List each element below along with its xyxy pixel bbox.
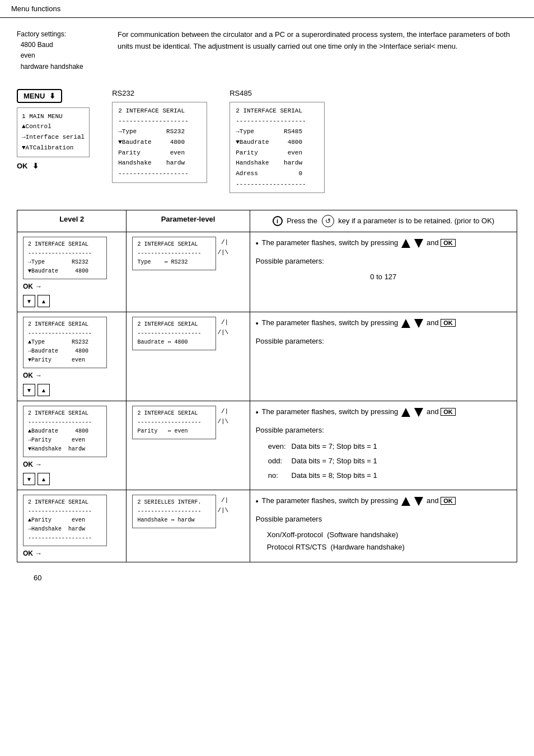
row3-mid-display-wrap: 2 INTERFACE SERIAL ------------------- P… (132, 406, 243, 439)
param-row-odd: odd: Data bits = 7; Stop bits = 1 (268, 454, 382, 468)
row4-extra1: Xon/Xoff-protocol (Software handshake) (267, 529, 511, 541)
row4-possible: Possible parameters (256, 513, 511, 525)
col1-header: Level 2 (17, 210, 127, 232)
down-triangle-icon4 (413, 496, 424, 507)
row1-left-display: 2 INTERFACE SERIAL ------------------- →… (23, 237, 107, 279)
ok-badge: OK (441, 239, 456, 247)
up-arrow-btn3[interactable]: ▲ (38, 473, 50, 485)
up-arrow-btn2[interactable]: ▲ (38, 384, 50, 396)
page-number: 60 (17, 574, 517, 582)
row1-left: 2 INTERFACE SERIAL ------------------- →… (17, 232, 127, 312)
row4-slash: /|/|\ (217, 495, 228, 515)
col3-key-suffix: key if a parameter is to be retained. (p… (338, 217, 494, 225)
down-arrow-btn3[interactable]: ▼ (23, 473, 35, 485)
down-triangle-icon (413, 238, 424, 249)
info-icon: i (273, 216, 283, 226)
down-arrow-btn[interactable]: ▼ (23, 295, 35, 307)
ok-right-arrow: → (35, 283, 42, 290)
menu-item-3: →Interface serial (22, 132, 85, 143)
row2-left: 2 INTERFACE SERIAL ------------------- ▲… (17, 312, 127, 401)
svg-marker-1 (414, 239, 423, 248)
svg-marker-3 (414, 319, 423, 328)
row4-left: 2 INTERFACE SERIAL ------------------- ▲… (17, 490, 127, 562)
bullet-icon3: • (256, 406, 259, 420)
ok-text2: OK (23, 372, 33, 379)
row4-mid-display: 2 SERIELLES INTERF. ------------------- … (132, 495, 216, 528)
rs485-line-1: 2 INTERFACE SERIAL (236, 106, 318, 116)
rs232-line-2: ------------------- (118, 116, 201, 126)
up-triangle-icon2 (400, 318, 411, 329)
svg-marker-0 (401, 239, 410, 248)
rs485-line-6: Handshake hardw (236, 158, 318, 168)
row3-left-display: 2 INTERFACE SERIAL ------------------- ▲… (23, 406, 107, 457)
row1-mid-display-wrap: 2 INTERFACE SERIAL ------------------- T… (132, 237, 243, 270)
rs232-line-5: Parity even (118, 148, 201, 158)
row2-left-display: 2 INTERFACE SERIAL ------------------- ▲… (23, 317, 107, 368)
rs232-line-6: Handshake hardw (118, 158, 201, 168)
row3-arrows: ▼ ▲ (23, 473, 120, 485)
down-arrow-btn2[interactable]: ▼ (23, 384, 35, 396)
menu-column: MENU ⬇ 1 MAIN MENU ▲Control →Interface s… (17, 89, 90, 170)
param-label-no: no: (268, 469, 291, 482)
row3-left: 2 INTERFACE SERIAL ------------------- ▲… (17, 401, 127, 490)
intro-description: For communication between the circulator… (118, 29, 517, 72)
menu-label: MENU (24, 92, 45, 100)
svg-marker-7 (414, 497, 423, 506)
table-row: 2 INTERFACE SERIAL ------------------- ▲… (17, 401, 517, 490)
ok-text: OK (23, 283, 33, 290)
row1-bullet-text: The parameter flashes, switch by pressin… (262, 237, 456, 250)
table-row: 2 INTERFACE SERIAL ------------------- ▲… (17, 312, 517, 401)
factory-line-2: even (17, 50, 101, 61)
row3-right: • The parameter flashes, switch by press… (250, 401, 517, 490)
row1-right: • The parameter flashes, switch by press… (250, 232, 517, 312)
row3-slash: /|/|\ (217, 406, 228, 426)
rs485-label: RS485 (229, 89, 325, 97)
rs232-line-4: ▼Baudrate 4800 (118, 137, 201, 148)
menu-button[interactable]: MENU ⬇ (17, 89, 62, 103)
display-section: MENU ⬇ 1 MAIN MENU ▲Control →Interface s… (17, 89, 517, 194)
row2-arrows: ▼ ▲ (23, 384, 120, 396)
up-triangle-icon (400, 238, 411, 249)
ok-badge2: OK (441, 319, 456, 327)
row1-mid-display: 2 INTERFACE SERIAL ------------------- T… (132, 237, 216, 270)
row4-bullet-text: The parameter flashes, switch by pressin… (262, 495, 456, 508)
svg-marker-2 (401, 319, 410, 328)
row2-right-content: • The parameter flashes, switch by press… (256, 317, 511, 348)
menu-item-4: ▼ATCalibration (22, 143, 85, 153)
bullet-icon: • (256, 237, 259, 251)
svg-marker-6 (401, 497, 410, 506)
page-header: Menu functions (0, 0, 534, 18)
row3-ok: OK → (23, 461, 120, 468)
rs232-label: RS232 (112, 89, 207, 97)
row4-right-content: • The parameter flashes, switch by press… (256, 495, 511, 553)
rotate-icon: ↺ (322, 215, 334, 227)
param-value-no: Data bits = 8; Stop bits = 1 (292, 469, 382, 482)
menu-down-arrow: ⬇ (49, 92, 55, 100)
row3-bullet-text: The parameter flashes, switch by pressin… (262, 406, 456, 419)
svg-marker-5 (414, 408, 423, 417)
ok-badge4: OK (441, 497, 456, 505)
row4-ok: OK → (23, 550, 120, 557)
main-table: Level 2 Parameter-level i Press the ↺ ke… (17, 210, 517, 562)
header-title: Menu functions (11, 4, 60, 13)
row2-mid-display-wrap: 2 INTERFACE SERIAL ------------------- B… (132, 317, 243, 350)
factory-line-1: 4800 Baud (17, 40, 101, 50)
rs232-box: 2 INTERFACE SERIAL ------------------- →… (112, 102, 207, 183)
row2-slash: /|/|\ (217, 317, 228, 337)
row1-right-content: • The parameter flashes, switch by press… (256, 237, 511, 283)
up-triangle-icon4 (400, 496, 411, 507)
row3-mid: 2 INTERFACE SERIAL ------------------- P… (127, 401, 250, 490)
rs485-line-5: Parity even (236, 148, 318, 158)
param-row-no: no: Data bits = 8; Stop bits = 1 (268, 469, 382, 482)
table-row: 2 INTERFACE SERIAL ------------------- ▲… (17, 490, 517, 562)
rs232-line-3: →Type RS232 (118, 126, 201, 137)
menu-item-2: ▲Control (22, 121, 85, 132)
up-arrow-btn[interactable]: ▲ (38, 295, 50, 307)
rs485-line-8: ------------------- (236, 179, 318, 190)
rs232-line-1: 2 INTERFACE SERIAL (118, 106, 201, 116)
row3-mid-display: 2 INTERFACE SERIAL ------------------- P… (132, 406, 216, 439)
down-triangle-icon3 (413, 407, 424, 418)
row2-mid-display: 2 INTERFACE SERIAL ------------------- B… (132, 317, 216, 350)
ok-row: OK ⬇ (17, 162, 39, 170)
bullet-icon4: • (256, 495, 259, 509)
